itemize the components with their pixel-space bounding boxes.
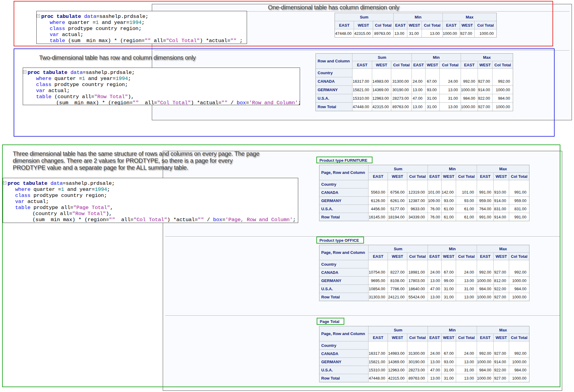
code-line: var actual; xyxy=(3,199,298,205)
code-token: =sashelp.prdsale; xyxy=(83,70,135,75)
code-editor-three-dimensional[interactable]: proc tabulate data=sashelp.prdsale; wher… xyxy=(3,178,298,223)
code-token: and year= xyxy=(64,187,95,192)
code-token xyxy=(67,70,70,75)
code-token xyxy=(47,181,50,186)
code-token: where xyxy=(50,20,65,25)
headline-line-1: Three dimensional table has the same str… xyxy=(13,150,259,157)
code-token: "Page Total" xyxy=(73,205,110,211)
code-token: quarter = xyxy=(65,20,96,25)
code-line: where quarter =1 and year=1994; xyxy=(3,187,298,193)
code-token: = xyxy=(246,100,249,105)
code-token: = xyxy=(222,217,225,223)
code-token: (sum min max) * (region= xyxy=(32,217,109,223)
code-token: prodtype country region; xyxy=(31,193,107,198)
headline-line-3: PRODTYPE value and a separate page for t… xyxy=(13,164,259,171)
code-token: (sum min max) * (region= xyxy=(65,38,145,44)
minus-glyph xyxy=(4,183,5,183)
code-token: ; xyxy=(142,20,145,25)
code-token: where xyxy=(36,76,52,81)
code-line: table (sum min max) * (region="" all="Co… xyxy=(37,38,247,44)
headline-line-2: dimension changes. There are 2 values fo… xyxy=(13,157,259,164)
code-token: ), xyxy=(128,94,134,100)
code-token: all= xyxy=(139,100,157,105)
code-token: proc tabulate xyxy=(28,70,67,75)
code-token: ) *actual= xyxy=(167,217,198,223)
code-token: proc tabulate xyxy=(8,181,47,186)
code-token: 1 xyxy=(96,20,99,25)
code-line: class prodtype country region; xyxy=(37,26,247,32)
code-token: all= xyxy=(115,217,134,223)
code-token: 'Page, Row and Column' xyxy=(225,217,293,223)
code-line: where quarter =1 and year=1994; xyxy=(37,20,247,26)
code-token: class xyxy=(15,193,31,198)
code-token: box xyxy=(237,100,246,105)
code-token: actual; xyxy=(24,199,49,204)
headline-three-dimensional: Three dimensional table has the same str… xyxy=(13,150,259,171)
code-line: proc tabulate data=sashelp.prdsale; xyxy=(3,181,298,187)
code-token: "" xyxy=(133,100,139,105)
code-token: (country all= xyxy=(32,211,72,217)
code-token: "Col Total" xyxy=(133,217,167,223)
code-token: and year= xyxy=(99,20,129,25)
code-token: "Row Total" xyxy=(94,94,128,100)
code-token: all= xyxy=(151,38,166,44)
code-token: class xyxy=(36,82,52,88)
code-token: ) *actual= xyxy=(200,38,230,44)
code-token: =sashelp.prdsale; xyxy=(96,14,149,19)
code-line: var actual; xyxy=(37,32,247,38)
code-token: box xyxy=(213,217,222,223)
minus-glyph xyxy=(38,16,39,16)
code-token: ; xyxy=(236,38,242,44)
code-editor-one-dimensional[interactable]: proc tabulate data=sashelp.prdsale; wher… xyxy=(36,11,247,44)
code-token: table xyxy=(15,205,31,211)
page: SumMinMax EASTWESTCol TotalEASTWESTCol T… xyxy=(0,0,574,392)
code-token: (sum min max) * (region= xyxy=(56,100,133,105)
code-token: 1994 xyxy=(95,187,107,192)
code-token: ), xyxy=(106,211,112,217)
code-token: 'Row and Column' xyxy=(249,100,298,105)
code-token: "" xyxy=(198,217,204,223)
collapse-icon[interactable] xyxy=(23,70,26,74)
code-line: table (country all="Row Total"), xyxy=(23,94,300,100)
collapse-icon[interactable] xyxy=(37,14,40,18)
minus-glyph xyxy=(24,72,25,72)
code-token: / xyxy=(204,217,213,223)
code-line: class prodtype country region; xyxy=(3,193,298,199)
code-line: class prodtype country region; xyxy=(23,82,300,88)
headline-one-dimensional: One-dimensional table has column dimensi… xyxy=(268,4,399,11)
code-token: ; xyxy=(128,76,131,81)
code-token: ; xyxy=(107,187,110,192)
code-token: 1 xyxy=(82,76,85,81)
headline-two-dimensional: Two-dimensional table has row and column… xyxy=(39,54,196,61)
code-token: / xyxy=(228,100,237,105)
collapse-icon[interactable] xyxy=(3,181,6,184)
code-token: "" xyxy=(145,38,151,44)
code-line: (sum min max) * (region="" all="Col Tota… xyxy=(3,217,298,223)
code-token: "" xyxy=(109,217,115,223)
code-line: proc tabulate data=sashelp.prdsale; xyxy=(37,14,247,20)
code-token: 1 xyxy=(61,187,64,192)
code-token: table xyxy=(50,38,65,44)
code-token: class xyxy=(50,26,65,32)
code-token: 1994 xyxy=(116,76,128,81)
code-token: data xyxy=(70,70,82,75)
code-token: "" xyxy=(230,38,236,44)
code-token: var xyxy=(50,32,59,38)
code-token: and year= xyxy=(85,76,116,81)
code-token: ; xyxy=(293,217,296,223)
code-token: proc tabulate xyxy=(41,14,81,19)
code-line: proc tabulate data=sashelp.prdsale; xyxy=(23,70,300,76)
code-token: "Col Total" xyxy=(157,100,191,105)
code-editor-two-dimensional[interactable]: proc tabulate data=sashelp.prdsale; wher… xyxy=(23,68,300,105)
code-token: "" xyxy=(222,100,228,105)
code-token: prodtype all= xyxy=(31,205,73,211)
code-token xyxy=(81,14,84,19)
code-token: quarter = xyxy=(31,187,61,192)
code-line: var actual; xyxy=(23,88,300,94)
code-token: "Col Total" xyxy=(166,38,200,44)
code-token: var xyxy=(15,199,24,204)
code-token: 1994 xyxy=(129,20,142,25)
code-token: ; xyxy=(298,100,300,105)
code-token: (country all= xyxy=(52,94,94,100)
code-token: =sashelp.prdsale; xyxy=(63,181,115,186)
